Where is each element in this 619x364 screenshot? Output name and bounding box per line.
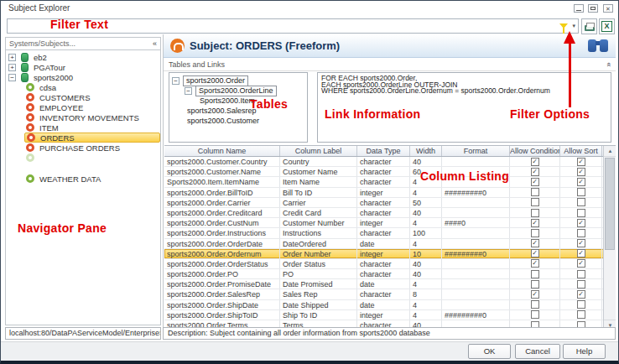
grid-header-row: Column NameColumn LabelData TypeWidthFor… — [164, 146, 616, 157]
allow-condition-checkbox[interactable] — [531, 300, 539, 309]
expand-icon[interactable]: + — [8, 64, 16, 71]
allow-condition-checkbox[interactable]: ✓ — [531, 239, 539, 247]
collapse-icon[interactable]: − — [172, 77, 179, 85]
table-row[interactable]: sports2000.Order.OrderStatusOrder Status… — [164, 259, 616, 269]
table-row[interactable]: sports2000.Order.OrdernumOrder Numberint… — [164, 249, 616, 259]
cell: sports2000.Order.BillToID — [164, 188, 280, 197]
allow-sort-checkbox[interactable]: ✓ — [577, 290, 585, 299]
table-row[interactable]: sports2000.Order.ShipDateDate Shippeddat… — [164, 300, 616, 310]
collapse-section-icon[interactable]: « — [604, 62, 612, 66]
allow-sort-checkbox[interactable] — [577, 198, 585, 206]
allow-condition-checkbox[interactable] — [531, 198, 539, 206]
maximize-icon[interactable] — [588, 4, 598, 13]
allow-sort-checkbox[interactable]: ✓ — [577, 219, 585, 227]
sidebar-item-item[interactable]: ITEM — [6, 122, 160, 133]
table-row[interactable]: sports2000.Order.InstructionsInstruction… — [164, 228, 616, 238]
allow-sort-checkbox[interactable] — [577, 229, 585, 237]
filter-funnel-icon[interactable] — [559, 23, 568, 29]
allow-sort-checkbox[interactable] — [577, 209, 585, 217]
print-button[interactable] — [581, 18, 597, 34]
allow-condition-checkbox[interactable] — [531, 280, 539, 289]
allow-condition-checkbox[interactable]: ✓ — [531, 158, 539, 166]
sidebar-item-employee[interactable]: EMPLOYEE — [6, 102, 160, 112]
allow-condition-checkbox[interactable]: ✓ — [531, 178, 539, 186]
table-row[interactable]: sports2000.Customer.NameCustomer Namecha… — [164, 167, 616, 177]
sidebar-item-customers[interactable]: CUSTOMERS — [6, 92, 160, 102]
table-row[interactable]: sports2000.Order.PromiseDateDate Promise… — [164, 279, 616, 289]
filter-options-dropdown-icon[interactable]: ▾ — [572, 23, 575, 29]
allow-condition-checkbox[interactable]: ✓ — [531, 249, 539, 257]
minimize-icon[interactable] — [574, 4, 584, 13]
sidebar-item-orders[interactable]: ORDERS — [6, 133, 160, 143]
orange-subject-icon — [26, 143, 34, 152]
allow-condition-checkbox[interactable] — [531, 310, 539, 319]
allow-sort-checkbox[interactable]: ✓ — [577, 259, 585, 268]
cancel-button[interactable]: Cancel — [515, 344, 560, 359]
table-row[interactable]: sports2000.Order.SalesRepSales Repcharac… — [164, 289, 616, 299]
column-header[interactable]: Allow Condition — [510, 146, 560, 156]
allow-sort-checkbox[interactable]: ✓ — [577, 249, 585, 257]
allow-sort-checkbox[interactable] — [577, 280, 585, 289]
ok-button[interactable]: OK — [468, 344, 511, 359]
column-header[interactable]: Column Name — [164, 146, 280, 156]
sidebar-item-pgatour[interactable]: +PGATour — [6, 62, 160, 72]
table-row[interactable]: sports2000.Order.POPOcharacter40 — [164, 269, 616, 279]
cell: 4 — [410, 300, 442, 309]
sidebar-item-purchase-orders[interactable]: PURCHASE ORDERS — [6, 143, 160, 153]
column-header[interactable]: Allow Sort — [560, 146, 602, 156]
sidebar-item-weather-data[interactable]: WEATHER DATA — [6, 174, 160, 184]
cell: 8 — [410, 289, 442, 299]
allow-sort-checkbox[interactable]: ✓ — [577, 178, 585, 186]
collapse-pane-icon[interactable]: « — [153, 39, 157, 48]
allow-condition-checkbox[interactable]: ✓ — [531, 168, 539, 176]
table-tree-label: sports2000.Salesrep — [185, 107, 259, 116]
sidebar-item-inventory-movements[interactable]: INVENTORY MOVEMENTS — [6, 112, 160, 122]
allow-condition-checkbox[interactable]: ✓ — [531, 259, 539, 268]
table-row[interactable]: sports2000.Order.BillToIDBill To IDinteg… — [164, 188, 616, 198]
collapse-icon[interactable]: − — [8, 74, 16, 81]
allow-sort-checkbox[interactable] — [577, 188, 585, 196]
allow-condition-checkbox[interactable] — [531, 229, 539, 237]
export-excel-button[interactable]: X — [599, 18, 615, 34]
allow-condition-checkbox[interactable] — [531, 270, 539, 278]
allow-sort-checkbox[interactable]: ✓ — [577, 239, 585, 247]
table-row[interactable]: sports2000.Order.CarrierCarriercharacter… — [164, 198, 616, 208]
column-header[interactable]: Width — [410, 146, 442, 156]
table-row[interactable]: Sports2000.Item.ItemNameItem Namecharact… — [164, 177, 616, 187]
cell: 100 — [410, 228, 442, 237]
table-tree-item[interactable]: −sports2000.Order — [169, 75, 307, 86]
allow-condition-checkbox[interactable]: ✓ — [531, 219, 539, 227]
table-row[interactable]: sports2000.Order.ShipToIDShip To IDinteg… — [164, 310, 616, 320]
table-tree-item[interactable]: sports2000.Customer — [169, 116, 307, 126]
sidebar-item-sports2000[interactable]: −sports2000 — [6, 72, 160, 82]
cell — [442, 228, 510, 237]
binoculars-search-icon[interactable] — [587, 39, 609, 53]
collapse-icon[interactable]: − — [185, 87, 192, 95]
allow-condition-checkbox[interactable] — [531, 188, 539, 196]
column-header[interactable]: Format — [442, 146, 510, 156]
column-header[interactable]: Column Label — [280, 146, 357, 156]
allow-sort-checkbox[interactable] — [577, 270, 585, 278]
table-row[interactable]: sports2000.Customer.CountryCountrycharac… — [164, 157, 616, 167]
sidebar-item-eb2[interactable]: +eb2 — [6, 52, 160, 62]
table-tree-item[interactable]: −Sports2000.OrderLine — [169, 86, 307, 96]
help-button[interactable]: Help — [563, 344, 606, 359]
vertical-scrollbar[interactable]: ▲ ▼ — [603, 146, 616, 330]
allow-sort-checkbox[interactable] — [577, 300, 585, 309]
allow-condition-checkbox[interactable]: ✓ — [531, 290, 539, 299]
scroll-up-icon[interactable]: ▲ — [604, 146, 616, 157]
expand-icon[interactable]: + — [8, 54, 16, 61]
allow-condition-checkbox[interactable] — [531, 209, 539, 217]
column-header[interactable]: Data Type — [357, 146, 410, 156]
table-row[interactable]: sports2000.Order.CustNumCustomer Numberi… — [164, 218, 616, 228]
table-row[interactable]: sports2000.Order.CreditcardCredit Cardch… — [164, 208, 616, 218]
allow-sort-checkbox[interactable]: ✓ — [577, 158, 585, 166]
close-icon[interactable] — [603, 4, 613, 13]
scrollbar-thumb[interactable] — [605, 158, 615, 250]
sidebar-item-item[interactable] — [6, 153, 160, 163]
sidebar-item-cdsa[interactable]: cdsa — [6, 82, 160, 92]
table-row[interactable]: sports2000.Order.OrderDateDateOrdereddat… — [164, 239, 616, 249]
allow-sort-checkbox[interactable]: ✓ — [577, 168, 585, 176]
allow-sort-checkbox[interactable] — [577, 310, 585, 319]
allow-sort-checkbox-cell — [560, 279, 602, 289]
